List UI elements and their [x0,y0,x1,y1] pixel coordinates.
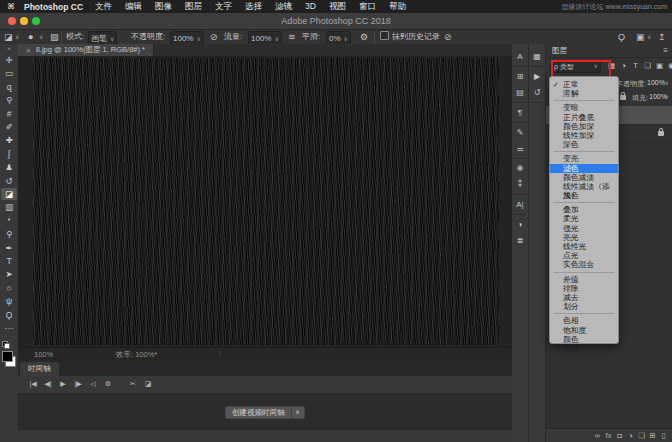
layer-comps-panel-icon[interactable]: ≣ [512,234,528,247]
paragraph-panel-icon[interactable]: ¶ [512,106,528,119]
type-filter-icon[interactable]: T [630,60,641,71]
pressure-opacity-icon[interactable]: ⊘ [210,30,218,44]
menu-item-9[interactable]: 窗口 [359,1,376,13]
eyedropper-tool[interactable]: ✐ [1,121,17,133]
blend-mode-option[interactable]: 正片叠底 [550,113,618,122]
move-tool[interactable]: ✛ [1,54,17,66]
blend-mode-option[interactable]: 溶解 [550,89,618,98]
foreground-color-swatch[interactable] [2,351,13,362]
crop-tool[interactable]: # [1,108,17,120]
opacity-chevron-icon[interactable]: ∨ [665,79,669,86]
share-icon[interactable]: ↥ [658,30,666,44]
blur-tool[interactable]: ❛ [1,215,17,227]
pressure-size-icon[interactable]: ⊘ [444,30,452,44]
history-panel-icon[interactable]: ↺ [529,86,545,99]
blend-mode-option[interactable]: 线性光 [550,242,618,251]
apple-icon[interactable]: ⌘ [6,2,16,11]
blend-mode-option[interactable]: 划分 [550,302,618,311]
airbrush-icon[interactable]: ≋ [288,30,296,44]
brush-preset-chevron-icon[interactable]: ∨ [39,30,43,44]
blend-mode-option[interactable]: 滤色 [550,164,618,173]
brush-settings-panel-icon[interactable]: ✎ [512,126,528,139]
status-chevron-icon[interactable]: 〉 [218,350,226,360]
edit-toolbar[interactable]: ⋯ [1,322,17,334]
adjustment-layer-icon[interactable]: ◑ [625,431,636,440]
blend-mode-option[interactable]: 差值 [550,275,618,284]
blend-mode-option[interactable]: 线性减淡（添加） [550,182,618,191]
zoom-level-field[interactable]: 100% [34,350,53,359]
smoothing-gear-icon[interactable]: ⚙ [360,30,368,44]
fill-chevron-icon[interactable]: ∨ [665,93,669,100]
type-tool[interactable]: T [1,255,17,267]
quick-selection-tool[interactable]: ⚲ [1,94,17,106]
adjustments-panel-icon[interactable]: ◑ [512,218,528,231]
split-button[interactable]: ✂ [126,377,140,391]
workspace-icon[interactable]: ▣ [636,30,645,44]
toolbar-collapse-icon[interactable]: » [0,44,18,52]
blend-mode-option[interactable]: 实色混合 [550,260,618,269]
create-video-timeline-chevron-icon[interactable]: ∨ [292,406,305,419]
menu-item-1[interactable]: 编辑 [125,1,142,13]
healing-brush-tool[interactable]: ✚ [1,134,17,146]
blend-mode-option[interactable]: 点光 [550,251,618,260]
marquee-tool[interactable]: ▭ [1,67,17,79]
blend-mode-option[interactable]: 饱和度 [550,326,618,335]
blend-mode-option[interactable]: 明度 [550,344,618,353]
checkbox-icon[interactable] [380,31,389,40]
blend-mode-option[interactable]: 亮光 [550,233,618,242]
brush-preset-picker[interactable]: ● [28,30,33,44]
document-tab[interactable]: × 8.jpg @ 100%(图层 1, RGB/8#) * [18,44,154,56]
menu-item-6[interactable]: 滤镜 [275,1,292,13]
zoom-tool[interactable]: Ϙ [1,309,17,321]
blend-mode-option[interactable]: 深色 [550,140,618,149]
dodge-tool[interactable]: ⚲ [1,228,17,240]
blend-mode-option[interactable]: 颜色 [550,335,618,344]
blend-mode-option[interactable]: 色相 [550,316,618,325]
hand-tool[interactable]: ψ [1,295,17,307]
history-brush-tool[interactable]: ↺ [1,175,17,187]
tool-preset-icon[interactable]: ◪ [4,30,13,44]
blend-mode-option[interactable]: 叠加 [550,205,618,214]
blend-mode-option[interactable]: 减去 [550,293,618,302]
actions-panel-icon[interactable]: ▶ [529,70,545,83]
menu-item-4[interactable]: 文字 [215,1,232,13]
properties-panel-icon[interactable]: ▦ [529,50,545,63]
shape-tool[interactable]: ○ [1,282,17,294]
tool-preset-chevron-icon[interactable]: ∨ [15,30,19,44]
blend-mode-option[interactable]: 强光 [550,224,618,233]
blend-mode-option[interactable]: 浅色 [550,191,618,200]
blend-mode-option[interactable]: 变暗 [550,103,618,112]
document-image[interactable] [33,58,499,345]
adjustment-filter-icon[interactable]: ◑ [618,60,629,71]
play-button[interactable]: ▶ [56,377,70,391]
menu-item-0[interactable]: 文件 [95,1,112,13]
workspace-chevron-icon[interactable]: ∨ [647,30,651,44]
clone-source-panel-icon[interactable]: ⚌ [512,142,528,155]
search-icon[interactable]: Ϙ [618,30,625,44]
create-video-timeline-button[interactable]: 创建视频时间轴 [225,406,292,419]
pen-tool[interactable]: ✒ [1,242,17,254]
styles-panel-icon[interactable]: ⁑ [512,178,528,191]
default-colors-icon[interactable] [2,341,10,349]
menu-item-5[interactable]: 选择 [245,1,262,13]
brush-tool[interactable]: ʃ [1,148,17,160]
character-panel-icon[interactable]: A [512,50,528,63]
lock-icon[interactable] [620,95,626,100]
audio-button[interactable]: ◁ [86,377,100,391]
blend-mode-option[interactable]: 颜色加深 [550,122,618,131]
blend-mode-option[interactable]: ✓正常 [550,80,618,89]
eraser-tool[interactable]: ◪ [1,188,17,200]
layer-style-icon[interactable]: fx [603,431,614,440]
filter-toggle-icon[interactable]: ◉ [666,60,672,71]
smart-object-filter-icon[interactable]: ▣ [654,60,665,71]
lasso-tool[interactable]: ɋ [1,81,17,93]
create-video-timeline[interactable]: 创建视频时间轴 ∨ [225,406,305,419]
color-panel-icon[interactable]: ⊞ [512,70,528,83]
first-frame-button[interactable]: |◀ [26,377,40,391]
previous-frame-button[interactable]: ◀| [41,377,55,391]
brush-panel-toggle-icon[interactable]: ▨ [50,30,59,44]
blend-mode-option[interactable]: 柔光 [550,214,618,223]
delete-layer-icon[interactable]: ▯ [658,431,669,440]
new-layer-icon[interactable]: ⊞ [647,431,658,440]
blend-mode-option[interactable]: 线性加深 [550,131,618,140]
